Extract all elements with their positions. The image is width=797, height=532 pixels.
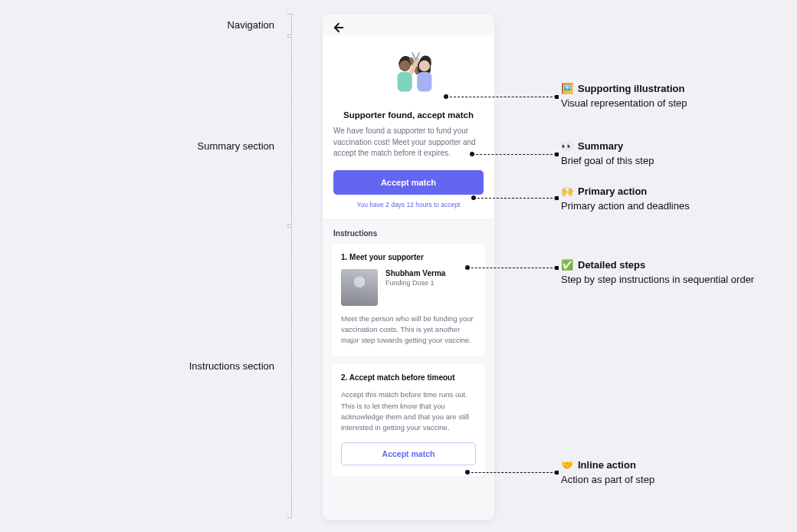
check-icon: ✅: [561, 259, 573, 271]
leader-end: [555, 153, 559, 156]
leader-line: [472, 154, 556, 155]
svg-rect-5: [417, 72, 431, 92]
leader-dot: [444, 94, 448, 99]
leader-line: [474, 198, 556, 199]
step-title: 1. Meet your supporter: [341, 253, 476, 261]
callout-title-text: Detailed steps: [578, 259, 645, 271]
back-arrow-icon[interactable]: [332, 21, 346, 34]
leader-dot: [465, 470, 470, 475]
callout-desc: Visual representation of step: [561, 97, 687, 109]
summary-description: We have found a supporter to fund your v…: [333, 126, 484, 159]
handshake-icon: 🤝: [561, 459, 573, 471]
step-title: 2. Accept match before timeout: [341, 373, 476, 382]
summary-section: Supporter found, accept match We have fo…: [323, 35, 494, 220]
step-body: Accept this match before time runs out. …: [341, 389, 476, 433]
step-card-2: 2. Accept match before timeout Accept th…: [332, 364, 485, 476]
leader-dot: [465, 265, 470, 270]
picture-icon: 🖼️: [561, 83, 573, 94]
leader-dot: [470, 152, 474, 156]
callout-desc: Brief goal of this step: [561, 155, 654, 166]
svg-rect-2: [398, 72, 412, 92]
section-label-navigation: Navigation: [182, 19, 274, 31]
callout-title-text: Supporting illustration: [578, 83, 684, 94]
section-label-summary: Summary section: [182, 140, 274, 152]
supporter-avatar: [341, 269, 378, 306]
leader-end: [555, 266, 559, 270]
callout-title-text: Primary action: [578, 186, 647, 197]
deadline-text: You have 2 days 12 hours to accept: [333, 201, 484, 209]
callout-title-text: Inline action: [578, 459, 636, 471]
callout-illustration: 🖼️Supporting illustration Visual represe…: [561, 83, 687, 109]
callout-inline: 🤝Inline action Action as part of step: [561, 459, 654, 485]
leader-end: [555, 95, 559, 99]
nav-bar: [323, 14, 494, 35]
bracket-summary: [291, 37, 292, 225]
callout-desc: Primary action and deadlines: [561, 200, 690, 212]
leader-end: [555, 471, 559, 475]
bracket-navigation: [291, 14, 292, 35]
callout-title-text: Summary: [578, 140, 623, 152]
callout-steps: ✅Detailed steps Step by step instruction…: [561, 259, 754, 285]
instructions-section: Instructions 1. Meet your supporter Shub…: [323, 220, 494, 495]
leader-line: [467, 268, 556, 268]
callout-desc: Step by step instructions in sequential …: [561, 274, 754, 285]
leader-end: [555, 196, 559, 200]
section-label-instructions: Instructions section: [169, 360, 274, 372]
accept-match-button[interactable]: Accept match: [333, 170, 484, 195]
leader-line: [446, 97, 556, 97]
instructions-heading: Instructions: [332, 229, 485, 238]
leader-line: [467, 472, 556, 473]
bracket-instructions: [291, 227, 292, 518]
page-title: Supporter found, accept match: [333, 110, 484, 120]
step-body: Meet the person who will be funding your…: [341, 314, 476, 346]
step-card-1: 1. Meet your supporter Shubham Verma Fun…: [332, 244, 485, 357]
callout-desc: Action as part of step: [561, 474, 654, 485]
svg-point-1: [399, 61, 410, 71]
inline-accept-match-button[interactable]: Accept match: [341, 442, 476, 465]
hands-icon: 🙌: [561, 186, 573, 197]
callout-summary: 👀Summary Brief goal of this step: [561, 140, 654, 166]
supporter-subtitle: Funding Dose 1: [385, 279, 445, 287]
eyes-icon: 👀: [561, 140, 573, 152]
leader-dot: [471, 195, 476, 200]
callout-primary: 🙌Primary action Primary action and deadl…: [561, 186, 690, 212]
supporting-illustration: [333, 48, 484, 103]
supporter-name: Shubham Verma: [385, 269, 445, 277]
svg-point-4: [419, 61, 430, 71]
supporter-row: Shubham Verma Funding Dose 1: [341, 269, 476, 306]
